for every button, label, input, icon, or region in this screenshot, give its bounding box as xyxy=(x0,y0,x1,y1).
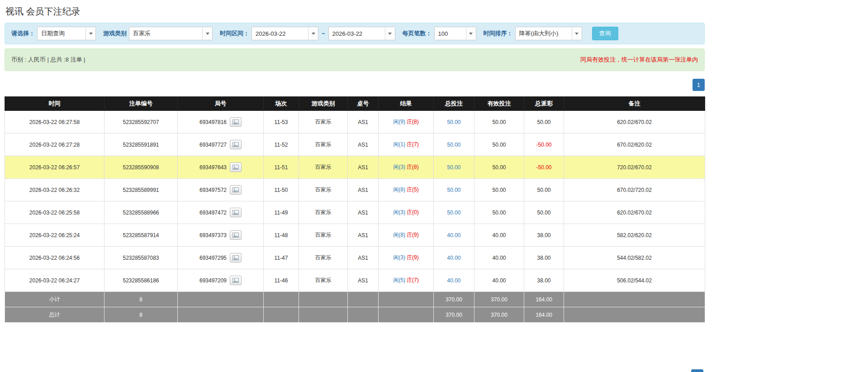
cell-payout: 50.00 xyxy=(524,111,564,134)
round-image-icon[interactable] xyxy=(230,208,242,217)
cell-bet-id: 523285588966 xyxy=(104,201,178,224)
footer-empty xyxy=(564,292,705,307)
round-cell: 693497295 xyxy=(199,253,242,262)
footer-empty xyxy=(178,307,264,323)
total-bet-link[interactable]: 50.00 xyxy=(447,142,460,148)
chevron-down-icon[interactable] xyxy=(385,27,395,40)
cell-valid-bet: 40.00 xyxy=(474,269,524,292)
chevron-down-icon[interactable] xyxy=(202,27,212,40)
result-banker: 庄(7) xyxy=(407,277,419,283)
column-header: 局号 xyxy=(178,97,264,111)
page-number-button[interactable]: 1 xyxy=(691,369,703,372)
date-from-select[interactable]: 2026-03-22 xyxy=(251,27,318,40)
round-image-icon[interactable] xyxy=(230,185,242,195)
cell-total-bet: 40.00 xyxy=(434,269,474,292)
query-type-select[interactable]: 日期查询 xyxy=(37,27,96,40)
sort-order-label: 时间排序： xyxy=(484,29,513,38)
result-banker: 庄(8) xyxy=(407,119,419,125)
date-to-value: 2026-03-22 xyxy=(329,27,385,40)
cell-table-no: AS1 xyxy=(348,224,379,247)
cell-table-no: AS1 xyxy=(348,247,379,269)
round-image-icon[interactable] xyxy=(230,162,242,172)
column-header: 注单编号 xyxy=(104,97,178,111)
cell-payout: 50.00 xyxy=(524,201,564,224)
cell-round-id: 693497472 xyxy=(178,201,264,224)
total-bet-link[interactable]: 50.00 xyxy=(447,119,460,125)
footer-empty xyxy=(379,292,434,307)
cell-game-type: 百家乐 xyxy=(299,269,348,292)
table-row: 2026-03-22 06:25:58523285588966693497472… xyxy=(5,201,705,224)
filter-group-time-range: 时间区间： 2026-03-22 ~ 2026-03-22 xyxy=(220,27,395,40)
summary-bar: 币别 : 人民币 | 总共 :8 注单 | 同局有效投注，统一计算在该局第一张注… xyxy=(5,48,705,71)
round-image-icon[interactable] xyxy=(230,140,242,149)
cell-payout: -50.00 xyxy=(524,134,564,156)
column-header: 时间 xyxy=(5,97,104,111)
game-type-value: 百家乐 xyxy=(129,27,202,40)
round-image-icon[interactable] xyxy=(230,230,242,240)
result-player: 闲(3) xyxy=(393,254,405,261)
cell-game-type: 百家乐 xyxy=(299,201,348,224)
round-image-icon[interactable] xyxy=(230,117,242,127)
cell-valid-bet: 50.00 xyxy=(474,179,524,201)
cell-remark: 620.02/670.02 xyxy=(564,111,705,134)
total-bet-link[interactable]: 50.00 xyxy=(447,164,460,171)
cell-valid-bet: 50.00 xyxy=(474,201,524,224)
cell-session: 11-52 xyxy=(264,134,299,156)
cell-result: 闲(9)庄(8) xyxy=(379,111,434,134)
total-bet-link[interactable]: 50.00 xyxy=(447,210,460,216)
round-image-icon[interactable] xyxy=(230,276,242,285)
cell-result: 闲(3)庄(8) xyxy=(379,156,434,179)
cell-time: 2026-03-22 06:27:28 xyxy=(5,134,104,156)
cell-round-id: 693497727 xyxy=(178,134,264,156)
cell-round-id: 693497209 xyxy=(178,269,264,292)
cell-round-id: 693497373 xyxy=(178,224,264,247)
column-header: 游戏类别 xyxy=(299,97,348,111)
cell-remark: 720.02/670.02 xyxy=(564,156,705,179)
footer-empty xyxy=(348,292,379,307)
cell-session: 11-47 xyxy=(264,247,299,269)
chevron-down-icon[interactable] xyxy=(572,27,582,40)
sort-order-select[interactable]: 降幂(由大到小) xyxy=(515,27,582,40)
page-number-button[interactable]: 1 xyxy=(693,79,705,91)
table-row: 2026-03-22 06:27:28523285591891693497727… xyxy=(5,134,705,156)
cell-session: 11-48 xyxy=(264,224,299,247)
result-banker: 庄(7) xyxy=(407,141,419,148)
cell-bet-id: 523285592707 xyxy=(104,111,178,134)
table-row: 2026-03-22 06:24:27523285586186693497209… xyxy=(5,269,705,292)
page-size-select[interactable]: 100 xyxy=(434,27,476,40)
chevron-down-icon[interactable] xyxy=(466,27,476,40)
cell-total-bet: 50.00 xyxy=(434,111,474,134)
footer-label: 总计 xyxy=(5,307,104,323)
total-bet-link[interactable]: 40.00 xyxy=(447,255,460,261)
footer-valid-bet: 370.00 xyxy=(474,307,524,323)
table-header-row: 时间注单编号局号场次游戏类别桌号结果总投注有效投注总派彩备注 xyxy=(5,97,705,111)
round-image-icon[interactable] xyxy=(230,253,242,262)
filter-group-page-size: 每页笔数： 100 xyxy=(403,27,476,40)
filter-group-game-type: 游戏类别 百家乐 xyxy=(103,27,213,40)
game-type-label: 游戏类别 xyxy=(103,29,127,38)
page-size-value: 100 xyxy=(435,27,466,40)
cell-total-bet: 50.00 xyxy=(434,179,474,201)
round-cell: 693497643 xyxy=(199,162,242,172)
page-size-label: 每页笔数： xyxy=(403,29,432,38)
total-bet-link[interactable]: 50.00 xyxy=(447,187,460,193)
chevron-down-icon[interactable] xyxy=(85,27,95,40)
search-button[interactable]: 查询 xyxy=(592,27,618,40)
date-to-select[interactable]: 2026-03-22 xyxy=(328,27,395,40)
column-header: 结果 xyxy=(379,97,434,111)
cell-remark: 620.02/670.02 xyxy=(564,201,705,224)
total-bet-link[interactable]: 40.00 xyxy=(447,232,460,238)
round-number: 693497816 xyxy=(199,119,227,125)
cell-remark: 670.02/720.02 xyxy=(564,179,705,201)
total-bet-link[interactable]: 40.00 xyxy=(447,277,460,284)
footer-empty xyxy=(379,307,434,323)
cell-time: 2026-03-22 06:24:56 xyxy=(5,247,104,269)
cell-valid-bet: 50.00 xyxy=(474,134,524,156)
game-type-select[interactable]: 百家乐 xyxy=(129,27,213,40)
cell-bet-id: 523285586186 xyxy=(104,269,178,292)
cell-game-type: 百家乐 xyxy=(299,247,348,269)
cell-payout: 38.00 xyxy=(524,247,564,269)
chevron-down-icon[interactable] xyxy=(308,27,318,40)
filter-group-query-type: 请选择： 日期查询 xyxy=(11,27,96,40)
column-header: 桌号 xyxy=(348,97,379,111)
